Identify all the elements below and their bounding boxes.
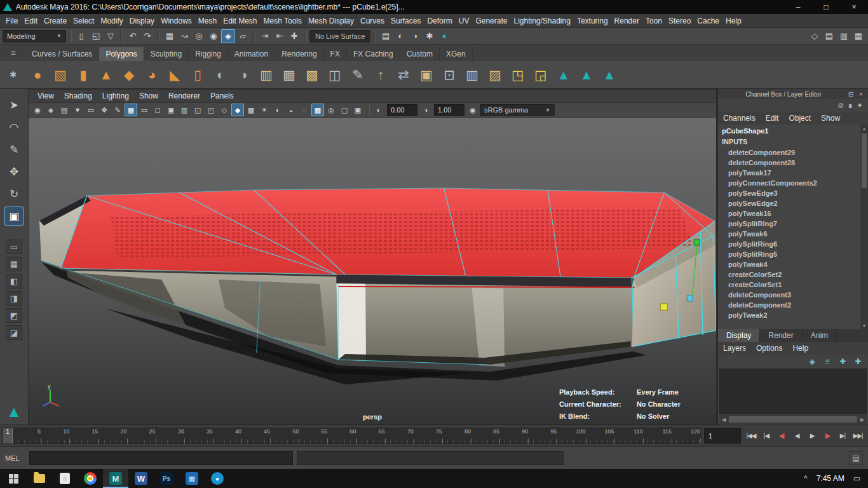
mel-toggle[interactable]: MEL: [5, 454, 25, 462]
app-window-icon[interactable]: ▦: [179, 469, 205, 488]
manip-handle-green[interactable]: [694, 240, 700, 245]
store-icon[interactable]: ⌂: [52, 469, 78, 488]
play-forward-button[interactable]: ▶: [804, 428, 820, 444]
layer-h-scrollbar[interactable]: ◀ ▶: [719, 415, 867, 424]
channel-box-menu-item[interactable]: Show: [816, 114, 845, 123]
camera-attributes-icon[interactable]: ▤: [58, 104, 71, 116]
poly-sphere-icon[interactable]: ●: [27, 64, 48, 86]
shaded-icon[interactable]: ◆: [231, 104, 244, 116]
play-backward-button[interactable]: ◀: [789, 428, 804, 444]
save-scene-icon[interactable]: ▽: [104, 29, 118, 43]
exposure-icon[interactable]: ◐: [372, 104, 385, 116]
safe-title-icon[interactable]: ◰: [205, 104, 217, 116]
outliner-persp-layout-button[interactable]: ◨: [6, 291, 22, 306]
shadows-icon[interactable]: ◐: [271, 104, 284, 116]
wireframe-icon[interactable]: ◇: [218, 104, 231, 116]
input-node-item[interactable]: polyTweak4: [721, 261, 860, 271]
channel-lock-icon[interactable]: ∎: [848, 101, 853, 110]
poly-cylinder-uv-icon[interactable]: ▥: [255, 64, 277, 86]
image-plane-icon[interactable]: ▭: [85, 104, 97, 116]
lattice-icon[interactable]: ▦: [278, 64, 300, 86]
multisample-icon[interactable]: ▩: [311, 104, 324, 116]
action-center-icon[interactable]: ▭: [853, 474, 860, 483]
subdiv-cube-icon[interactable]: ▩: [301, 64, 323, 86]
live-surface-field[interactable]: No Live Surface: [309, 30, 370, 43]
chrome-icon[interactable]: [78, 469, 103, 488]
node-name[interactable]: pCubeShape1: [721, 127, 860, 138]
step-back-frame-button[interactable]: ◀|: [774, 428, 789, 444]
layer-editor-tab[interactable]: Display: [718, 329, 760, 342]
step-forward-key-button[interactable]: ▶|: [835, 428, 850, 444]
layer-editor-menu-item[interactable]: Options: [751, 344, 787, 353]
start-button[interactable]: [0, 469, 27, 488]
file-explorer-icon[interactable]: [27, 469, 52, 488]
smooth-mesh-icon[interactable]: ◑: [233, 64, 254, 86]
viewport-menu-item[interactable]: View: [32, 92, 59, 100]
script-editor-icon[interactable]: ▤: [849, 451, 863, 465]
viewport-canvas[interactable]: y Playback Speed: Every Frame Current Ch…: [29, 118, 716, 424]
menu-item[interactable]: Select: [70, 14, 97, 27]
menu-item[interactable]: Curves: [357, 14, 388, 27]
menu-item[interactable]: Mesh Tools: [261, 14, 305, 27]
field-chart-icon[interactable]: ▥: [178, 104, 191, 116]
inputs-section-label[interactable]: INPUTS: [721, 138, 860, 149]
modeling-toolkit-toggle-icon[interactable]: ◇: [808, 29, 822, 43]
scale-tool[interactable]: ▣: [4, 207, 24, 226]
render-settings-icon[interactable]: ✱: [423, 29, 437, 43]
step-back-key-button[interactable]: |◀: [759, 428, 774, 444]
model-top-face-selected[interactable]: [61, 188, 715, 278]
input-node-item[interactable]: polySplitRing6: [721, 240, 860, 250]
resolution-gate-icon[interactable]: ◻: [151, 104, 164, 116]
menu-item[interactable]: Cache: [694, 14, 722, 27]
construction-history-icon[interactable]: ✚: [287, 29, 301, 43]
viewport-menu-item[interactable]: Shading: [59, 92, 97, 100]
new-empty-layer-icon[interactable]: ✚: [836, 356, 849, 367]
paint-select-tool[interactable]: ✎: [4, 140, 24, 159]
new-layer-from-selected-icon[interactable]: ✚: [851, 356, 864, 367]
manip-handle-yellow[interactable]: [660, 304, 667, 310]
maximize-button[interactable]: □: [812, 0, 840, 14]
poly-cone-icon[interactable]: ▲: [95, 64, 117, 86]
mel-input[interactable]: [29, 451, 293, 465]
input-node-item[interactable]: deleteComponent28: [721, 159, 860, 169]
input-node-item[interactable]: polyTweak2: [721, 311, 860, 322]
menu-item[interactable]: Create: [41, 14, 70, 27]
shelf-tab[interactable]: Sculpting: [144, 47, 189, 61]
dock-panel-icon[interactable]: ⊟: [846, 90, 855, 98]
channel-settings-icon[interactable]: ✦: [857, 101, 863, 110]
go-to-end-button[interactable]: ▶▶|: [850, 428, 865, 444]
snap-to-grid-icon[interactable]: ▦: [163, 29, 177, 43]
multi-cut-icon[interactable]: ▥: [461, 64, 483, 86]
viewport-menu-item[interactable]: Renderer: [163, 92, 205, 100]
input-node-item[interactable]: deleteComponent2: [721, 301, 860, 311]
grease-pencil-icon[interactable]: ✎: [111, 104, 124, 116]
shelf-tab[interactable]: FX: [324, 47, 347, 61]
snap-to-point-icon[interactable]: ◎: [192, 29, 206, 43]
menu-item[interactable]: Stereo: [665, 14, 694, 27]
textured-icon[interactable]: ▩: [245, 104, 257, 116]
close-panel-icon[interactable]: ×: [857, 90, 865, 98]
menu-item[interactable]: UV: [456, 14, 473, 27]
redo-icon[interactable]: ↷: [140, 29, 154, 43]
shelf-tab[interactable]: FX Caching: [347, 47, 400, 61]
ipr-render-icon[interactable]: ◑: [408, 29, 422, 43]
menu-item[interactable]: Surfaces: [388, 14, 424, 27]
tool-settings-toggle-icon[interactable]: ▥: [837, 29, 851, 43]
render-view-icon[interactable]: ▤: [379, 29, 393, 43]
poly-prism-icon[interactable]: ◣: [164, 64, 186, 86]
bonus-tool-c-icon[interactable]: ▲: [599, 64, 620, 86]
word-icon[interactable]: W: [128, 469, 154, 488]
menu-item[interactable]: Generate: [472, 14, 510, 27]
bevel-icon[interactable]: ▣: [416, 64, 437, 86]
new-scene-icon[interactable]: ▯: [74, 29, 88, 43]
channel-scrollbar[interactable]: ▲ ▼: [860, 125, 868, 329]
input-node-item[interactable]: createColorSet1: [721, 281, 860, 291]
input-operations-icon[interactable]: ⇥: [258, 29, 272, 43]
menu-item[interactable]: Mesh: [195, 14, 220, 27]
menu-item[interactable]: Lighting/Shading: [510, 14, 573, 27]
render-current-frame-icon[interactable]: ◐: [393, 29, 407, 43]
shelf-tab[interactable]: XGen: [440, 47, 473, 61]
select-camera-icon[interactable]: ◉: [31, 104, 44, 116]
menu-item[interactable]: File: [3, 14, 21, 27]
layer-editor-tab[interactable]: Anim: [803, 329, 837, 342]
